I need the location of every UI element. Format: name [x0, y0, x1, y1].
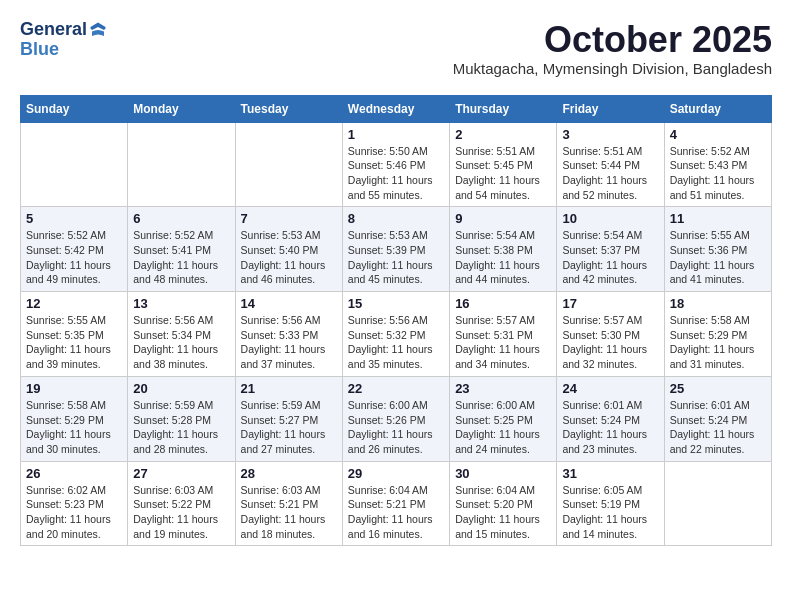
day-number: 23: [455, 381, 551, 396]
location-title: Muktagacha, Mymensingh Division, Banglad…: [453, 60, 772, 77]
day-number: 27: [133, 466, 229, 481]
day-number: 7: [241, 211, 337, 226]
calendar-cell: 2Sunrise: 5:51 AMSunset: 5:45 PMDaylight…: [450, 122, 557, 207]
month-title: October 2025: [453, 20, 772, 60]
calendar-cell: 29Sunrise: 6:04 AMSunset: 5:21 PMDayligh…: [342, 461, 449, 546]
day-info: Sunrise: 5:52 AMSunset: 5:43 PMDaylight:…: [670, 144, 766, 203]
weekday-header-thursday: Thursday: [450, 95, 557, 122]
day-info: Sunrise: 5:57 AMSunset: 5:31 PMDaylight:…: [455, 313, 551, 372]
calendar-cell: 3Sunrise: 5:51 AMSunset: 5:44 PMDaylight…: [557, 122, 664, 207]
calendar-cell: 6Sunrise: 5:52 AMSunset: 5:41 PMDaylight…: [128, 207, 235, 292]
week-row-5: 26Sunrise: 6:02 AMSunset: 5:23 PMDayligh…: [21, 461, 772, 546]
day-number: 26: [26, 466, 122, 481]
day-info: Sunrise: 5:50 AMSunset: 5:46 PMDaylight:…: [348, 144, 444, 203]
day-info: Sunrise: 6:01 AMSunset: 5:24 PMDaylight:…: [562, 398, 658, 457]
day-info: Sunrise: 5:56 AMSunset: 5:34 PMDaylight:…: [133, 313, 229, 372]
calendar-cell: [21, 122, 128, 207]
day-info: Sunrise: 6:05 AMSunset: 5:19 PMDaylight:…: [562, 483, 658, 542]
day-number: 29: [348, 466, 444, 481]
day-number: 13: [133, 296, 229, 311]
day-number: 24: [562, 381, 658, 396]
calendar-cell: 11Sunrise: 5:55 AMSunset: 5:36 PMDayligh…: [664, 207, 771, 292]
weekday-header-friday: Friday: [557, 95, 664, 122]
day-info: Sunrise: 5:52 AMSunset: 5:42 PMDaylight:…: [26, 228, 122, 287]
day-number: 2: [455, 127, 551, 142]
week-row-4: 19Sunrise: 5:58 AMSunset: 5:29 PMDayligh…: [21, 376, 772, 461]
day-info: Sunrise: 5:56 AMSunset: 5:33 PMDaylight:…: [241, 313, 337, 372]
day-info: Sunrise: 5:51 AMSunset: 5:44 PMDaylight:…: [562, 144, 658, 203]
top-section: General Blue October 2025 Muktagacha, My…: [20, 20, 772, 87]
day-number: 11: [670, 211, 766, 226]
calendar-cell: 14Sunrise: 5:56 AMSunset: 5:33 PMDayligh…: [235, 292, 342, 377]
week-row-2: 5Sunrise: 5:52 AMSunset: 5:42 PMDaylight…: [21, 207, 772, 292]
calendar-cell: 17Sunrise: 5:57 AMSunset: 5:30 PMDayligh…: [557, 292, 664, 377]
title-block: October 2025 Muktagacha, Mymensingh Divi…: [453, 20, 772, 87]
calendar-cell: 25Sunrise: 6:01 AMSunset: 5:24 PMDayligh…: [664, 376, 771, 461]
day-info: Sunrise: 6:01 AMSunset: 5:24 PMDaylight:…: [670, 398, 766, 457]
weekday-header-sunday: Sunday: [21, 95, 128, 122]
calendar-cell: 5Sunrise: 5:52 AMSunset: 5:42 PMDaylight…: [21, 207, 128, 292]
calendar-cell: 9Sunrise: 5:54 AMSunset: 5:38 PMDaylight…: [450, 207, 557, 292]
weekday-header-saturday: Saturday: [664, 95, 771, 122]
day-info: Sunrise: 6:03 AMSunset: 5:22 PMDaylight:…: [133, 483, 229, 542]
week-row-1: 1Sunrise: 5:50 AMSunset: 5:46 PMDaylight…: [21, 122, 772, 207]
day-info: Sunrise: 6:03 AMSunset: 5:21 PMDaylight:…: [241, 483, 337, 542]
calendar-cell: 26Sunrise: 6:02 AMSunset: 5:23 PMDayligh…: [21, 461, 128, 546]
day-info: Sunrise: 5:52 AMSunset: 5:41 PMDaylight:…: [133, 228, 229, 287]
day-info: Sunrise: 5:55 AMSunset: 5:36 PMDaylight:…: [670, 228, 766, 287]
week-row-3: 12Sunrise: 5:55 AMSunset: 5:35 PMDayligh…: [21, 292, 772, 377]
calendar-cell: 23Sunrise: 6:00 AMSunset: 5:25 PMDayligh…: [450, 376, 557, 461]
day-info: Sunrise: 5:58 AMSunset: 5:29 PMDaylight:…: [670, 313, 766, 372]
day-number: 20: [133, 381, 229, 396]
day-info: Sunrise: 5:53 AMSunset: 5:40 PMDaylight:…: [241, 228, 337, 287]
day-number: 17: [562, 296, 658, 311]
calendar-cell: 7Sunrise: 5:53 AMSunset: 5:40 PMDaylight…: [235, 207, 342, 292]
day-info: Sunrise: 5:56 AMSunset: 5:32 PMDaylight:…: [348, 313, 444, 372]
day-info: Sunrise: 5:59 AMSunset: 5:28 PMDaylight:…: [133, 398, 229, 457]
day-info: Sunrise: 6:02 AMSunset: 5:23 PMDaylight:…: [26, 483, 122, 542]
calendar-cell: 4Sunrise: 5:52 AMSunset: 5:43 PMDaylight…: [664, 122, 771, 207]
day-info: Sunrise: 5:59 AMSunset: 5:27 PMDaylight:…: [241, 398, 337, 457]
day-number: 15: [348, 296, 444, 311]
day-number: 18: [670, 296, 766, 311]
calendar-cell: 20Sunrise: 5:59 AMSunset: 5:28 PMDayligh…: [128, 376, 235, 461]
day-info: Sunrise: 6:00 AMSunset: 5:26 PMDaylight:…: [348, 398, 444, 457]
calendar-cell: 15Sunrise: 5:56 AMSunset: 5:32 PMDayligh…: [342, 292, 449, 377]
day-info: Sunrise: 6:04 AMSunset: 5:21 PMDaylight:…: [348, 483, 444, 542]
calendar-cell: 30Sunrise: 6:04 AMSunset: 5:20 PMDayligh…: [450, 461, 557, 546]
day-number: 10: [562, 211, 658, 226]
calendar-cell: 1Sunrise: 5:50 AMSunset: 5:46 PMDaylight…: [342, 122, 449, 207]
weekday-header-tuesday: Tuesday: [235, 95, 342, 122]
day-number: 22: [348, 381, 444, 396]
day-number: 21: [241, 381, 337, 396]
day-number: 30: [455, 466, 551, 481]
calendar-cell: 18Sunrise: 5:58 AMSunset: 5:29 PMDayligh…: [664, 292, 771, 377]
day-info: Sunrise: 5:58 AMSunset: 5:29 PMDaylight:…: [26, 398, 122, 457]
day-number: 6: [133, 211, 229, 226]
day-number: 9: [455, 211, 551, 226]
calendar-cell: [128, 122, 235, 207]
calendar-cell: 28Sunrise: 6:03 AMSunset: 5:21 PMDayligh…: [235, 461, 342, 546]
day-number: 14: [241, 296, 337, 311]
calendar-cell: [235, 122, 342, 207]
day-number: 3: [562, 127, 658, 142]
day-info: Sunrise: 5:55 AMSunset: 5:35 PMDaylight:…: [26, 313, 122, 372]
day-number: 31: [562, 466, 658, 481]
day-number: 1: [348, 127, 444, 142]
calendar-cell: 16Sunrise: 5:57 AMSunset: 5:31 PMDayligh…: [450, 292, 557, 377]
calendar-cell: 27Sunrise: 6:03 AMSunset: 5:22 PMDayligh…: [128, 461, 235, 546]
calendar-cell: 8Sunrise: 5:53 AMSunset: 5:39 PMDaylight…: [342, 207, 449, 292]
weekday-header-row: SundayMondayTuesdayWednesdayThursdayFrid…: [21, 95, 772, 122]
weekday-header-monday: Monday: [128, 95, 235, 122]
calendar-cell: 19Sunrise: 5:58 AMSunset: 5:29 PMDayligh…: [21, 376, 128, 461]
logo-general: General: [20, 20, 87, 40]
day-info: Sunrise: 5:57 AMSunset: 5:30 PMDaylight:…: [562, 313, 658, 372]
day-number: 28: [241, 466, 337, 481]
day-info: Sunrise: 5:54 AMSunset: 5:37 PMDaylight:…: [562, 228, 658, 287]
logo-blue: Blue: [20, 39, 59, 59]
day-number: 16: [455, 296, 551, 311]
calendar-cell: 24Sunrise: 6:01 AMSunset: 5:24 PMDayligh…: [557, 376, 664, 461]
calendar-cell: 22Sunrise: 6:00 AMSunset: 5:26 PMDayligh…: [342, 376, 449, 461]
day-number: 4: [670, 127, 766, 142]
calendar-cell: 10Sunrise: 5:54 AMSunset: 5:37 PMDayligh…: [557, 207, 664, 292]
